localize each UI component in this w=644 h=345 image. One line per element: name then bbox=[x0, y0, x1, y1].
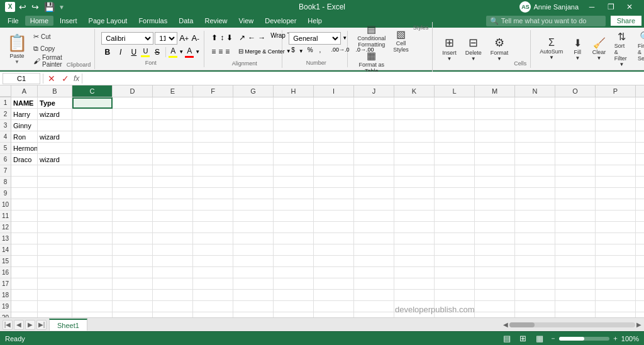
font-color-dropdown[interactable]: ▼ bbox=[195, 49, 200, 55]
cell-P11[interactable] bbox=[596, 211, 636, 222]
cell-B7[interactable] bbox=[38, 165, 72, 177]
accounting-dropdown[interactable]: ▼ bbox=[299, 48, 304, 54]
row-num-16[interactable]: 16 bbox=[0, 267, 11, 278]
cell-E4[interactable] bbox=[153, 131, 193, 143]
cell-B13[interactable] bbox=[38, 233, 72, 244]
cell-P18[interactable] bbox=[596, 290, 636, 301]
fill-dropdown[interactable]: ▼ bbox=[575, 55, 580, 61]
cell-Q7[interactable] bbox=[636, 165, 644, 177]
cell-K15[interactable] bbox=[394, 256, 435, 267]
cell-A11[interactable] bbox=[11, 211, 38, 222]
cell-J11[interactable] bbox=[354, 211, 394, 222]
cell-A1[interactable]: NAME bbox=[11, 97, 38, 109]
cell-E15[interactable] bbox=[153, 256, 193, 267]
cell-B17[interactable] bbox=[38, 278, 72, 290]
cell-D3[interactable] bbox=[113, 120, 153, 131]
cell-K11[interactable] bbox=[394, 211, 435, 222]
page-break-view-button[interactable]: ▦ bbox=[533, 334, 546, 344]
cell-G19[interactable] bbox=[233, 301, 274, 312]
cell-F13[interactable] bbox=[193, 233, 233, 244]
cell-E18[interactable] bbox=[153, 290, 193, 301]
num-format-dropdown[interactable]: ▼ bbox=[342, 35, 347, 41]
sheet-tab-sheet1[interactable]: Sheet1 bbox=[49, 319, 87, 331]
cell-C8[interactable] bbox=[72, 177, 113, 188]
cell-Q6[interactable] bbox=[636, 154, 644, 165]
cell-K8[interactable] bbox=[394, 177, 435, 188]
font-size-select[interactable]: 11 89101214 bbox=[155, 32, 177, 45]
cell-A4[interactable]: Ron bbox=[11, 131, 38, 143]
cell-Q3[interactable] bbox=[636, 120, 644, 131]
menu-insert[interactable]: Insert bbox=[55, 16, 82, 26]
cell-N13[interactable] bbox=[515, 233, 555, 244]
cell-E16[interactable] bbox=[153, 267, 193, 278]
row-num-4[interactable]: 4 bbox=[0, 131, 11, 143]
cell-J17[interactable] bbox=[354, 278, 394, 290]
cell-L5[interactable] bbox=[435, 143, 475, 154]
cell-N12[interactable] bbox=[515, 222, 555, 233]
cell-D13[interactable] bbox=[113, 233, 153, 244]
cell-I5[interactable] bbox=[314, 143, 354, 154]
cell-N7[interactable] bbox=[515, 165, 555, 177]
cell-K17[interactable] bbox=[394, 278, 435, 290]
close-button[interactable]: ✕ bbox=[620, 0, 639, 14]
cell-G3[interactable] bbox=[233, 120, 274, 131]
col-header-n[interactable]: N bbox=[515, 85, 555, 97]
cell-N1[interactable] bbox=[515, 97, 555, 109]
cell-D17[interactable] bbox=[113, 278, 153, 290]
name-box[interactable] bbox=[3, 73, 40, 84]
font-increase-button[interactable]: A+ bbox=[179, 32, 189, 45]
cell-F18[interactable] bbox=[193, 290, 233, 301]
cell-I7[interactable] bbox=[314, 165, 354, 177]
cell-F10[interactable] bbox=[193, 199, 233, 211]
text-direction-button[interactable]: ↗ bbox=[238, 31, 246, 44]
row-num-18[interactable]: 18 bbox=[0, 290, 11, 301]
formula-input[interactable] bbox=[85, 73, 641, 84]
cell-J13[interactable] bbox=[354, 233, 394, 244]
cell-C6[interactable] bbox=[72, 154, 113, 165]
cell-I1[interactable] bbox=[314, 97, 354, 109]
cell-J15[interactable] bbox=[354, 256, 394, 267]
cell-F12[interactable] bbox=[193, 222, 233, 233]
cell-Q10[interactable] bbox=[636, 199, 644, 211]
cell-L2[interactable] bbox=[435, 109, 475, 120]
cell-D8[interactable] bbox=[113, 177, 153, 188]
col-header-g[interactable]: G bbox=[233, 85, 274, 97]
cell-M19[interactable] bbox=[475, 301, 515, 312]
cell-G8[interactable] bbox=[233, 177, 274, 188]
cell-F2[interactable] bbox=[193, 109, 233, 120]
cell-D5[interactable] bbox=[113, 143, 153, 154]
cell-J6[interactable] bbox=[354, 154, 394, 165]
cell-P20[interactable] bbox=[596, 312, 636, 317]
format-painter-button[interactable]: 🖌 Format Painter bbox=[31, 55, 64, 67]
row-num-9[interactable]: 9 bbox=[0, 188, 11, 199]
format-dropdown[interactable]: ▼ bbox=[497, 56, 502, 62]
page-layout-view-button[interactable]: ⊞ bbox=[517, 334, 530, 344]
cell-B14[interactable] bbox=[38, 244, 72, 256]
cell-N18[interactable] bbox=[515, 290, 555, 301]
cell-B4[interactable]: wizard bbox=[38, 131, 72, 143]
cell-N19[interactable] bbox=[515, 301, 555, 312]
cell-A9[interactable] bbox=[11, 188, 38, 199]
cell-D9[interactable] bbox=[113, 188, 153, 199]
zoom-in-button[interactable]: ＋ bbox=[612, 334, 619, 343]
cell-F17[interactable] bbox=[193, 278, 233, 290]
cell-E13[interactable] bbox=[153, 233, 193, 244]
cell-K3[interactable] bbox=[394, 120, 435, 131]
delete-button[interactable]: ⊟ Delete ▼ bbox=[462, 31, 485, 67]
cell-P2[interactable] bbox=[596, 109, 636, 120]
cell-A18[interactable] bbox=[11, 290, 38, 301]
row-num-19[interactable]: 19 bbox=[0, 301, 11, 312]
cell-L6[interactable] bbox=[435, 154, 475, 165]
cell-N16[interactable] bbox=[515, 267, 555, 278]
cell-H7[interactable] bbox=[274, 165, 314, 177]
cell-G15[interactable] bbox=[233, 256, 274, 267]
cell-A15[interactable] bbox=[11, 256, 38, 267]
cell-B6[interactable]: wizard bbox=[38, 154, 72, 165]
cell-B19[interactable] bbox=[38, 301, 72, 312]
cell-F3[interactable] bbox=[193, 120, 233, 131]
cell-N5[interactable] bbox=[515, 143, 555, 154]
col-header-f[interactable]: F bbox=[193, 85, 233, 97]
cell-K1[interactable] bbox=[394, 97, 435, 109]
cell-K20[interactable] bbox=[394, 312, 435, 317]
cell-C18[interactable] bbox=[72, 290, 113, 301]
